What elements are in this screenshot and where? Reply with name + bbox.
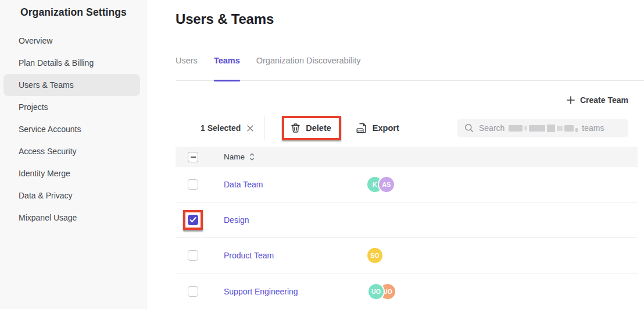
- csv-file-icon: csv: [356, 122, 367, 134]
- sidebar-item-overview[interactable]: Overview: [3, 30, 140, 52]
- export-button[interactable]: csv Export: [356, 122, 399, 134]
- team-link-product-team[interactable]: Product Team: [224, 251, 274, 260]
- close-icon: [246, 125, 254, 132]
- team-link-support-engineering[interactable]: Support Engineering: [224, 287, 298, 296]
- search-teams-input[interactable]: Search teams: [457, 119, 628, 137]
- table-row: Product Team SO: [176, 238, 638, 274]
- sidebar: Organization Settings Overview Plan Deta…: [0, 0, 146, 309]
- redacted-text-blocks: [509, 125, 578, 132]
- search-icon: [464, 123, 474, 133]
- avatar: UO: [367, 283, 385, 300]
- page-title: Users & Teams: [176, 11, 274, 27]
- create-team-button[interactable]: Create Team: [567, 95, 628, 105]
- table-row: Support Engineering UO UO: [176, 274, 638, 309]
- avatar: AS: [378, 176, 395, 193]
- checkmark-icon: [189, 217, 196, 223]
- row-checkbox-design[interactable]: [188, 215, 198, 225]
- tab-bar: Users Teams Organization Discoverability: [176, 54, 644, 81]
- selected-count-label: 1 Selected: [201, 123, 241, 133]
- delete-annotation-box: Delete: [282, 116, 341, 140]
- selection-toolbar: 1 Selected Delete: [176, 115, 628, 141]
- delete-button[interactable]: Delete: [284, 118, 339, 138]
- clear-selection-button[interactable]: [246, 125, 254, 132]
- avatar: SO: [367, 248, 382, 263]
- trash-icon: [291, 123, 300, 133]
- sidebar-title: Organization Settings: [20, 6, 127, 19]
- main-content: Users & Teams Users Teams Organization D…: [147, 0, 644, 309]
- plus-icon: [567, 96, 575, 104]
- delete-button-label: Delete: [306, 123, 331, 133]
- sidebar-item-projects[interactable]: Projects: [3, 96, 140, 118]
- table-header-row: Name: [176, 147, 638, 167]
- export-button-label: Export: [373, 123, 399, 133]
- select-all-checkbox[interactable]: [188, 152, 198, 162]
- sidebar-item-plan-details-billing[interactable]: Plan Details & Billing: [3, 52, 140, 74]
- tab-teams[interactable]: Teams: [214, 54, 240, 81]
- tab-users[interactable]: Users: [176, 54, 198, 81]
- member-avatars: UO UO: [367, 283, 395, 300]
- sidebar-item-service-accounts[interactable]: Service Accounts: [3, 118, 140, 140]
- selected-count: 1 Selected: [201, 123, 254, 133]
- sort-icon[interactable]: [249, 153, 255, 161]
- svg-text:csv: csv: [357, 129, 363, 132]
- teams-table: Name Data Team K AS: [176, 147, 638, 309]
- member-avatars: K AS: [367, 176, 395, 193]
- sidebar-nav: Overview Plan Details & Billing Users & …: [0, 30, 146, 229]
- team-link-data-team[interactable]: Data Team: [224, 180, 263, 189]
- sidebar-item-access-security[interactable]: Access Security: [3, 140, 140, 162]
- sidebar-item-mixpanel-usage[interactable]: Mixpanel Usage: [3, 207, 140, 229]
- create-team-label: Create Team: [580, 95, 628, 105]
- sidebar-item-identity-merge[interactable]: Identity Merge: [3, 162, 140, 184]
- name-column-header[interactable]: Name: [224, 152, 245, 161]
- member-avatars: SO: [367, 248, 382, 263]
- toolbar-divider: [264, 116, 264, 140]
- row-checkbox-data-team[interactable]: [188, 179, 198, 190]
- table-row: Data Team K AS: [176, 167, 638, 203]
- sidebar-item-data-privacy[interactable]: Data & Privacy: [3, 184, 140, 207]
- sidebar-item-users-teams[interactable]: Users & Teams: [3, 74, 140, 96]
- team-link-design[interactable]: Design: [224, 215, 249, 225]
- row-checkbox-support-engineering[interactable]: [188, 286, 198, 297]
- checkbox-annotation-box: [183, 210, 203, 230]
- search-placeholder: Search teams: [479, 123, 604, 133]
- tab-organization-discoverability[interactable]: Organization Discoverability: [256, 54, 361, 81]
- row-checkbox-product-team[interactable]: [188, 250, 198, 261]
- table-row: Design: [176, 203, 638, 238]
